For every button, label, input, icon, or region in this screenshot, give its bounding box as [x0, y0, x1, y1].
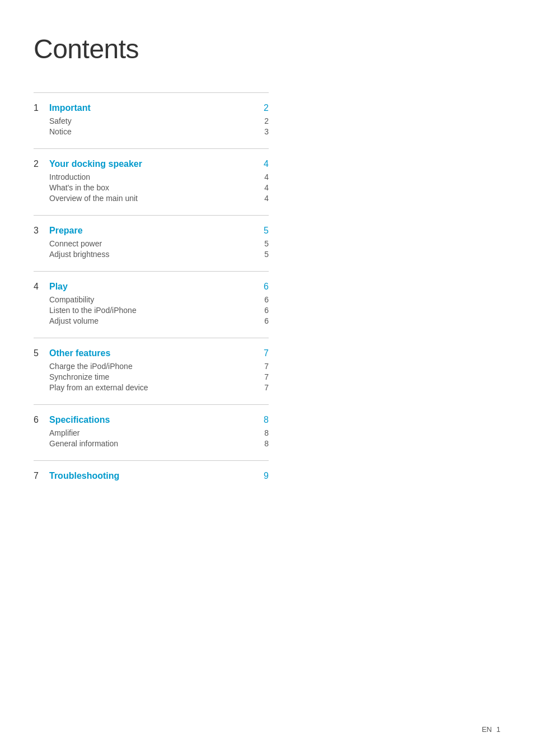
sub-item-page-6-1: 8: [255, 428, 269, 437]
sub-item-6-1[interactable]: Amplifier8: [49, 428, 269, 437]
section-title-4: Play: [49, 282, 255, 292]
toc-section-4: 4Play6Compatibility6Listen to the iPod/i…: [34, 271, 269, 338]
footer: EN 1: [482, 725, 500, 734]
section-page-2: 4: [255, 159, 269, 169]
footer-lang: EN: [482, 725, 492, 734]
sub-item-label-5-3: Play from an external device: [49, 383, 255, 392]
section-title-1: Important: [49, 103, 255, 113]
sub-item-page-2-3: 4: [255, 194, 269, 203]
sub-item-label-2-3: Overview of the main unit: [49, 194, 255, 203]
section-title-6: Specifications: [49, 415, 255, 425]
sub-item-4-2[interactable]: Listen to the iPod/iPhone6: [49, 306, 269, 315]
sub-item-page-1-2: 3: [255, 127, 269, 136]
sub-item-4-3[interactable]: Adjust volume6: [49, 316, 269, 325]
sub-item-page-6-2: 8: [255, 439, 269, 448]
toc-section-2: 2Your docking speaker4Introduction4What'…: [34, 148, 269, 215]
section-header-3[interactable]: 3Prepare5: [34, 226, 269, 236]
sub-item-2-1[interactable]: Introduction4: [49, 172, 269, 181]
sub-item-label-1-2: Notice: [49, 127, 255, 136]
sub-item-label-3-2: Adjust brightness: [49, 250, 255, 259]
section-header-5[interactable]: 5Other features7: [34, 348, 269, 358]
sub-item-label-5-1: Charge the iPod/iPhone: [49, 362, 255, 371]
sub-item-page-5-1: 7: [255, 362, 269, 371]
page-title: Contents: [34, 34, 489, 64]
sub-item-6-2[interactable]: General information8: [49, 439, 269, 448]
sub-item-2-2[interactable]: What's in the box4: [49, 183, 269, 192]
section-title-7: Troubleshooting: [49, 471, 255, 481]
section-header-7[interactable]: 7Troubleshooting9: [34, 471, 269, 481]
section-number-4: 4: [34, 282, 49, 292]
sub-item-label-6-2: General information: [49, 439, 255, 448]
section-header-6[interactable]: 6Specifications8: [34, 415, 269, 425]
section-title-3: Prepare: [49, 226, 255, 236]
sub-item-1-2[interactable]: Notice3: [49, 127, 269, 136]
sub-item-1-1[interactable]: Safety2: [49, 116, 269, 125]
sub-item-label-2-1: Introduction: [49, 172, 255, 181]
sub-item-3-1[interactable]: Connect power5: [49, 239, 269, 248]
page: Contents 1Important2Safety2Notice32Your …: [0, 0, 534, 756]
sub-item-label-4-2: Listen to the iPod/iPhone: [49, 306, 255, 315]
section-page-5: 7: [255, 348, 269, 358]
sub-item-label-4-3: Adjust volume: [49, 316, 255, 325]
sub-item-page-4-2: 6: [255, 306, 269, 315]
toc-section-5: 5Other features7Charge the iPod/iPhone7S…: [34, 338, 269, 404]
sub-item-page-4-1: 6: [255, 295, 269, 304]
section-number-1: 1: [34, 103, 49, 113]
sub-item-3-2[interactable]: Adjust brightness5: [49, 250, 269, 259]
section-number-2: 2: [34, 159, 49, 169]
section-number-6: 6: [34, 415, 49, 425]
section-page-1: 2: [255, 103, 269, 113]
sub-item-page-5-3: 7: [255, 383, 269, 392]
section-title-5: Other features: [49, 348, 255, 358]
sub-item-page-1-1: 2: [255, 116, 269, 125]
sub-item-page-5-2: 7: [255, 372, 269, 381]
sub-item-page-2-2: 4: [255, 183, 269, 192]
sub-item-5-2[interactable]: Synchronize time7: [49, 372, 269, 381]
section-page-4: 6: [255, 282, 269, 292]
section-page-7: 9: [255, 471, 269, 481]
section-header-1[interactable]: 1Important2: [34, 103, 269, 113]
section-number-5: 5: [34, 348, 49, 358]
sub-item-5-1[interactable]: Charge the iPod/iPhone7: [49, 362, 269, 371]
section-header-4[interactable]: 4Play6: [34, 282, 269, 292]
section-header-2[interactable]: 2Your docking speaker4: [34, 159, 269, 169]
section-page-6: 8: [255, 415, 269, 425]
sub-item-page-3-1: 5: [255, 239, 269, 248]
sub-item-page-2-1: 4: [255, 172, 269, 181]
section-title-2: Your docking speaker: [49, 159, 255, 169]
sub-item-4-1[interactable]: Compatibility6: [49, 295, 269, 304]
sub-item-label-4-1: Compatibility: [49, 295, 255, 304]
toc-section-6: 6Specifications8Amplifier8General inform…: [34, 404, 269, 460]
toc-container: 1Important2Safety2Notice32Your docking s…: [34, 92, 269, 497]
sub-item-label-1-1: Safety: [49, 116, 255, 125]
toc-section-1: 1Important2Safety2Notice3: [34, 92, 269, 148]
section-number-7: 7: [34, 471, 49, 481]
sub-item-page-3-2: 5: [255, 250, 269, 259]
sub-item-label-2-2: What's in the box: [49, 183, 255, 192]
sub-item-label-6-1: Amplifier: [49, 428, 255, 437]
section-number-3: 3: [34, 226, 49, 236]
sub-item-5-3[interactable]: Play from an external device7: [49, 383, 269, 392]
sub-item-2-3[interactable]: Overview of the main unit4: [49, 194, 269, 203]
toc-section-3: 3Prepare5Connect power5Adjust brightness…: [34, 215, 269, 271]
footer-page: 1: [496, 725, 500, 734]
sub-item-page-4-3: 6: [255, 316, 269, 325]
toc-section-7: 7Troubleshooting9: [34, 460, 269, 497]
sub-item-label-5-2: Synchronize time: [49, 372, 255, 381]
sub-item-label-3-1: Connect power: [49, 239, 255, 248]
section-page-3: 5: [255, 226, 269, 236]
